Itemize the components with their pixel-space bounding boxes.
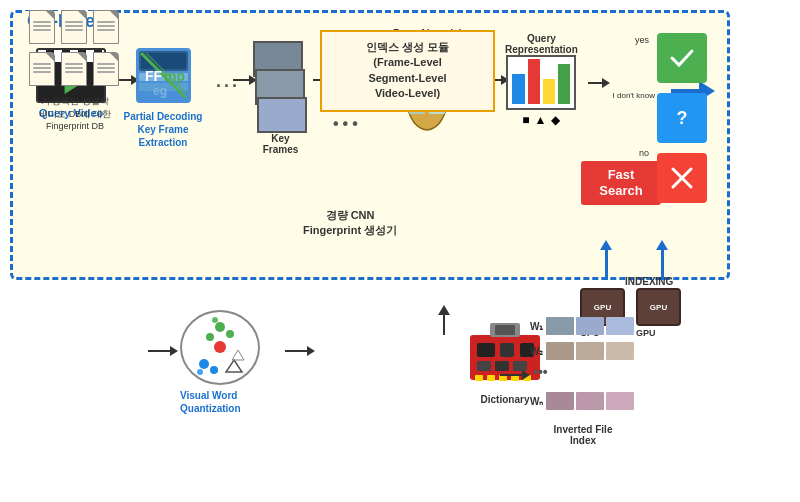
bar-4 (558, 64, 570, 104)
bar-3 (543, 79, 555, 104)
qr-shapes: ■ ▲ ◆ (505, 113, 578, 127)
dot-row-3: ••• (333, 115, 362, 133)
ifi-label: Inverted File Index (528, 424, 638, 446)
svg-point-26 (197, 369, 203, 375)
diamond-shape: ◆ (551, 113, 560, 127)
qr-block: Query Representation ■ ▲ ◆ (505, 33, 578, 127)
arrow-index-ifi (500, 370, 530, 380)
keyframes-label: Key Frames (253, 133, 308, 155)
response-no-icon (657, 153, 707, 203)
doc-db-label: 기 등록된 성별짝 비디오 DB에 대한 Fingerprint DB (10, 95, 140, 133)
qr-label: Query Representation (505, 33, 578, 55)
ffmpeg-icon: FF mp eg (131, 43, 196, 108)
ifi-icon: W₁ W₂ ••• Wₙ (528, 305, 638, 425)
arrow-doc-vw (148, 346, 178, 356)
gpu-right-block: GPU GPU (636, 288, 681, 338)
doc-2 (61, 10, 87, 44)
index-module-box: 인덱스 생성 모듈 (Frame-Level Segment-Level Vid… (320, 30, 495, 112)
svg-point-22 (212, 317, 218, 323)
svg-rect-30 (475, 375, 483, 381)
svg-point-25 (210, 366, 218, 374)
response-idk-icon: ? (657, 93, 707, 143)
svg-marker-28 (232, 350, 244, 360)
bar-1 (512, 74, 524, 104)
doc-grid-icon (10, 10, 140, 90)
svg-rect-50 (606, 342, 634, 360)
vw-block: Visual Word Quantization (180, 310, 260, 415)
svg-rect-45 (576, 317, 604, 335)
svg-point-21 (226, 330, 234, 338)
bar-2 (528, 59, 540, 104)
index-title: 인덱스 생성 모듈 (Frame-Level Segment-Level Vid… (330, 40, 485, 102)
up-arrow-left (600, 240, 612, 280)
svg-rect-55 (606, 392, 634, 410)
svg-rect-38 (477, 361, 491, 371)
arrow-qr-fastsearch (588, 78, 610, 88)
response-icons: ? (657, 33, 707, 203)
main-container: On-Line Query Video (0, 0, 800, 502)
doc-5 (61, 52, 87, 86)
svg-text:eg: eg (153, 84, 167, 98)
svg-point-24 (199, 359, 209, 369)
svg-text:mp: mp (164, 68, 185, 84)
doc-6 (93, 52, 119, 86)
svg-rect-48 (546, 342, 574, 360)
doc-3 (93, 10, 119, 44)
fast-search-button[interactable]: Fast Search (581, 161, 661, 205)
vw-circle-icon (180, 310, 260, 385)
svg-text:W₂: W₂ (530, 346, 543, 357)
svg-point-19 (215, 322, 225, 332)
doc-4 (29, 52, 55, 86)
svg-rect-31 (487, 375, 495, 381)
svg-point-20 (206, 333, 214, 341)
svg-rect-49 (576, 342, 604, 360)
doc-1 (29, 10, 55, 44)
keyframes-block: Key Frames (253, 41, 308, 155)
svg-text:Wₙ: Wₙ (530, 396, 543, 407)
no-label: no (639, 148, 649, 158)
cnn-korean-label: 경량 CNN Fingerprint 생성기 (303, 208, 397, 239)
bar-chart (506, 55, 576, 110)
svg-text:FF: FF (145, 68, 163, 84)
svg-rect-35 (477, 343, 495, 357)
idk-label: I don't know (613, 91, 655, 100)
response-yes-icon (657, 33, 707, 83)
doc-db-block: 기 등록된 성별짝 비디오 DB에 대한 Fingerprint DB (10, 10, 140, 133)
svg-rect-54 (576, 392, 604, 410)
svg-rect-36 (500, 343, 514, 357)
triangle-shape: ▲ (535, 113, 547, 127)
gpu-right-chip: GPU (636, 288, 681, 326)
ifi-block: W₁ W₂ ••• Wₙ Inverted File Index (528, 305, 638, 446)
vw-label: Visual Word Quantization (180, 389, 260, 415)
svg-rect-46 (606, 317, 634, 335)
svg-rect-44 (546, 317, 574, 335)
square-shape: ■ (522, 113, 529, 127)
frame-stack-icon (253, 41, 308, 131)
svg-marker-27 (226, 360, 242, 372)
svg-point-23 (214, 341, 226, 353)
arrow-vw-index (285, 346, 315, 356)
yes-label: yes (635, 35, 649, 45)
gpu-right-label: GPU (636, 328, 681, 338)
svg-rect-42 (495, 325, 515, 335)
arrow-index-dict (438, 305, 450, 335)
up-arrow-right (656, 240, 668, 280)
svg-text:W₁: W₁ (530, 321, 543, 332)
svg-rect-53 (546, 392, 574, 410)
svg-text:•••: ••• (533, 364, 548, 380)
